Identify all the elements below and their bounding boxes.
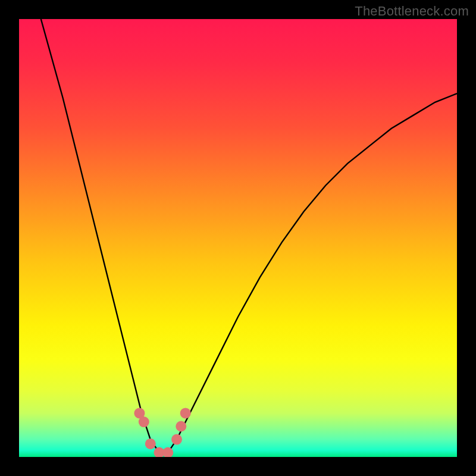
marker-point: [171, 434, 182, 445]
marker-point: [162, 447, 173, 457]
marker-point: [180, 408, 191, 418]
marker-point: [139, 416, 149, 427]
bottleneck-curve: [41, 19, 457, 453]
curve-layer: [19, 19, 457, 457]
watermark-text: TheBottleneck.com: [355, 4, 469, 19]
marker-point: [176, 421, 186, 432]
marker-point: [145, 439, 156, 449]
chart-frame: TheBottleneck.com: [0, 0, 476, 476]
sweet-spot-markers: [134, 408, 190, 457]
plot-area: [19, 19, 457, 457]
